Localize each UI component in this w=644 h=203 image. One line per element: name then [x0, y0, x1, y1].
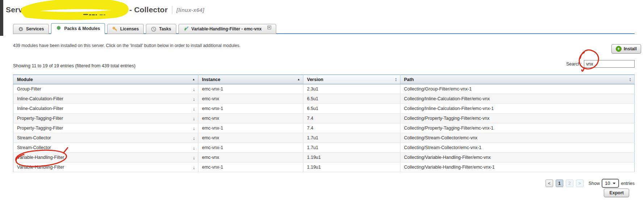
version-value: 1.7u1 — [303, 143, 400, 153]
title-suffix: - Collector — [129, 5, 168, 14]
tab-services[interactable]: Services — [13, 24, 49, 34]
path-value: Collecting/Group-Filter/emc-vnx-1 — [400, 84, 635, 94]
page-title: Serve - Collector [linux-x64] — [6, 5, 204, 14]
tab-tasks[interactable]: Tasks — [146, 24, 176, 34]
title-prefix: Serve — [6, 5, 27, 14]
column-label: Version — [307, 77, 323, 82]
module-name: Inline-Calculation-Filter — [17, 96, 63, 101]
module-name: Property-Tagging-Filter — [17, 116, 63, 121]
export-button[interactable]: Export — [604, 189, 629, 197]
next-page-button[interactable]: > — [576, 179, 584, 187]
version-value: 7.4 — [303, 114, 400, 123]
sort-both-icon: ▲▼ — [629, 77, 631, 82]
instance-name: emc-vnx — [198, 94, 303, 104]
column-label: Module — [17, 77, 33, 82]
table-row[interactable]: Property-Tagging-Filter↓ emc-vnx 7.4 Col… — [13, 114, 635, 123]
path-value: Collecting/Inline-Calculation-Filter/emc… — [400, 94, 635, 104]
table-row[interactable]: Group-Filter↓ emc-vnx-1 2.3u1 Collecting… — [13, 84, 635, 94]
path-value: Collecting/Stream-Collector/emc-vnx — [400, 133, 635, 143]
table-row[interactable]: Stream-Collector↓ emc-vnx 1.7u1 Collecti… — [13, 133, 635, 143]
search-area: Search: — [566, 60, 635, 68]
download-icon[interactable]: ↓ — [190, 165, 195, 170]
path-value: Collecting/Property-Tagging-Filter/emc-v… — [400, 114, 635, 123]
table-row[interactable]: Inline-Calculation-Filter↓ emc-vnx-1 6.5… — [13, 104, 635, 114]
key-icon — [112, 26, 118, 32]
table-row[interactable]: Property-Tagging-Filter↓ emc-vnx-1 7.4 C… — [13, 123, 635, 133]
chevron-down-icon — [613, 182, 616, 185]
install-button[interactable]: + Install — [611, 44, 641, 54]
tab-label: Licenses — [120, 26, 139, 31]
show-label: Show — [589, 181, 600, 186]
download-icon[interactable]: ↓ — [190, 145, 195, 151]
table-row[interactable]: Inline-Calculation-Filter↓ emc-vnx 6.5u1… — [13, 94, 635, 104]
page-2-button[interactable]: 2 — [566, 179, 573, 187]
tab-bar: Services Packs & Modules Licenses Tasks … — [13, 23, 276, 34]
modules-table: Module▲ Instance▲ Version▲▼ Path▲▼ Group… — [13, 75, 635, 172]
table-row[interactable]: Variable-Handling-Filter↓ emc-vnx 1.19u1… — [13, 153, 635, 162]
screen-edge-strip — [0, 0, 3, 36]
filter-edit-icon — [184, 26, 189, 32]
path-value: Collecting/Stream-Collector/emc-vnx-1 — [400, 143, 635, 153]
sort-asc-icon: ▲ — [192, 78, 195, 81]
table-row[interactable]: Variable-Handling-Filter↓ emc-vnx-1 1.19… — [13, 162, 635, 172]
version-value: 7.4 — [303, 123, 400, 133]
download-icon[interactable]: ↓ — [190, 116, 195, 121]
install-info-text: 439 modules have been installed on this … — [13, 43, 240, 48]
column-header-module[interactable]: Module▲ — [13, 75, 198, 84]
download-icon[interactable]: ↓ — [190, 96, 195, 102]
plus-icon: + — [616, 46, 622, 52]
tab-packs-modules[interactable]: Packs & Modules — [51, 23, 105, 34]
tab-label: Packs & Modules — [64, 26, 100, 31]
platform-label: [linux-x64] — [176, 7, 204, 13]
tab-label: Tasks — [159, 26, 171, 31]
version-value: 1.19u1 — [303, 162, 400, 172]
version-value: 2.3u1 — [303, 84, 400, 94]
clock-icon — [151, 26, 156, 32]
search-label: Search: — [566, 62, 582, 67]
version-value: 6.5u1 — [303, 104, 400, 114]
instance-name: emc-vnx — [198, 133, 303, 143]
page-1-button[interactable]: 1 — [556, 179, 563, 187]
page-size-value: 10 — [605, 181, 610, 186]
download-icon[interactable]: ↓ — [190, 126, 195, 131]
download-icon[interactable]: ↓ — [190, 86, 195, 92]
table-row[interactable]: Stream-Collector↓ emc-vnx-1 1.7u1 Collec… — [13, 143, 635, 153]
path-value: Collecting/Inline-Calculation-Filter/emc… — [400, 104, 635, 114]
puzzle-icon — [56, 26, 62, 31]
module-name: Stream-Collector — [17, 145, 51, 150]
sort-both-icon: ▲▼ — [395, 77, 397, 82]
page-size-select[interactable]: 10 — [602, 179, 619, 188]
entries-label: entries — [621, 181, 635, 186]
module-name: Stream-Collector — [17, 135, 51, 140]
version-value: 1.7u1 — [303, 133, 400, 143]
search-input[interactable] — [584, 60, 635, 68]
close-tab-icon[interactable]: × — [268, 26, 271, 29]
download-icon[interactable]: ↓ — [190, 155, 195, 160]
download-icon[interactable]: ↓ — [190, 106, 195, 111]
title-separator — [172, 6, 172, 14]
redacted-title-gap — [27, 10, 129, 10]
instance-name: emc-vnx-1 — [198, 104, 303, 114]
module-name: Group-Filter — [17, 86, 41, 92]
column-header-version[interactable]: Version▲▼ — [303, 75, 400, 84]
instance-name: emc-vnx — [198, 153, 303, 162]
column-header-instance[interactable]: Instance▲ — [198, 75, 303, 84]
instance-name: emc-vnx-1 — [198, 143, 303, 153]
path-value: Collecting/Variable-Handling-Filter/emc-… — [400, 153, 635, 162]
module-name: Inline-Calculation-Filter — [17, 106, 63, 111]
tab-licenses[interactable]: Licenses — [107, 24, 144, 34]
sort-asc-icon: ▲ — [297, 78, 300, 81]
table-header-row: Module▲ Instance▲ Version▲▼ Path▲▼ — [13, 75, 635, 84]
path-value: Collecting/Variable-Handling-Filter/emc-… — [400, 162, 635, 172]
tab-label: Variable-Handling-Filter - emc-vnx — [191, 26, 262, 31]
column-header-path[interactable]: Path▲▼ — [400, 75, 635, 84]
module-name: Property-Tagging-Filter — [17, 126, 63, 131]
module-name: Variable-Handling-Filter — [17, 165, 64, 170]
install-button-label: Install — [624, 46, 637, 51]
pagination: < 1 2 > Show 10 entries — [545, 179, 635, 188]
download-icon[interactable]: ↓ — [190, 135, 195, 141]
instance-name: emc-vnx-1 — [198, 84, 303, 94]
prev-page-button[interactable]: < — [546, 179, 553, 187]
column-label: Path — [404, 77, 414, 82]
tab-variable-handling-filter[interactable]: Variable-Handling-Filter - emc-vnx × — [178, 24, 276, 34]
